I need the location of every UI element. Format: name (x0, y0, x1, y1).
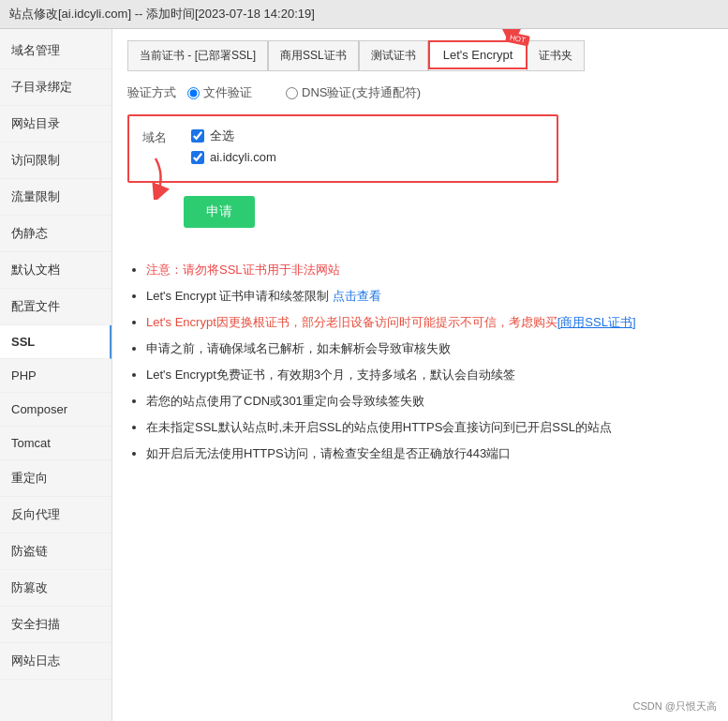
tab-certfolder[interactable]: 证书夹 (527, 41, 584, 70)
apply-button[interactable]: 申请 (184, 196, 255, 228)
main-content: 当前证书 - [已部署SSL] 商用SSL证书 测试证书 Let's Encry… (112, 29, 728, 721)
domain-box: 域名 全选 ai.idcyli.com (127, 114, 558, 183)
sidebar-item-reverseproxy[interactable]: 反向代理 (0, 497, 111, 533)
checkbox-domain1-label: ai.idcyli.com (210, 150, 276, 164)
info-note7: 在未指定SSL默认站点时,未开启SSL的站点使用HTTPS会直接访问到已开启SS… (146, 415, 713, 440)
title-text: 站点修改[ai.idcyli.com] -- 添加时间[2023-07-18 1… (9, 6, 315, 23)
checkbox-selectall: 全选 (191, 128, 276, 144)
verify-row: 验证方式 文件验证 DNS验证(支持通配符) (127, 84, 713, 101)
radio-file-input[interactable] (187, 87, 200, 99)
apply-btn-area: 申请 (127, 196, 255, 243)
tab-commercial[interactable]: 商用SSL证书 (268, 41, 359, 70)
tabs-container: 当前证书 - [已部署SSL] 商用SSL证书 测试证书 Let's Encry… (127, 40, 585, 71)
watermark-text: CSDN @只恨天高 (633, 700, 717, 712)
info-note8: 如开启后无法使用HTTPS访问，请检查安全组是否正确放行443端口 (146, 442, 713, 466)
info-note6: 若您的站点使用了CDN或301重定向会导致续签失败 (146, 389, 713, 413)
info-note3-link[interactable]: [商用SSL证书] (557, 315, 636, 329)
info-note2: Let's Encrypt 证书申请和续签限制 点击查看 (146, 284, 713, 308)
layout: 域名管理 子目录绑定 网站目录 访问限制 流量限制 伪静态 默认文档 配置文件 … (0, 29, 728, 721)
sidebar-item-sitedir[interactable]: 网站目录 (0, 106, 111, 143)
sidebar-item-subdir[interactable]: 子目录绑定 (0, 69, 111, 106)
sidebar: 域名管理 子目录绑定 网站目录 访问限制 流量限制 伪静态 默认文档 配置文件 … (0, 29, 112, 721)
checkbox-selectall-input[interactable] (191, 129, 204, 143)
domain-box-inner: 域名 全选 ai.idcyli.com (142, 128, 543, 170)
sidebar-item-traffic[interactable]: 流量限制 (0, 179, 111, 216)
sidebar-item-redirect[interactable]: 重定向 (0, 460, 111, 497)
sidebar-item-domain[interactable]: 域名管理 (0, 33, 111, 69)
radio-dns-input[interactable] (286, 87, 298, 99)
sidebar-item-pseudostatic[interactable]: 伪静态 (0, 216, 111, 252)
info-note5-text: Let's Encrypt免费证书，有效期3个月，支持多域名，默认会自动续签 (146, 368, 515, 382)
info-list: 注意：请勿将SSL证书用于非法网站 Let's Encrypt 证书申请和续签限… (127, 258, 713, 466)
sidebar-item-config[interactable]: 配置文件 (0, 289, 111, 325)
sidebar-item-access[interactable]: 访问限制 (0, 143, 111, 179)
tab-letsencrypt[interactable]: Let's Encrypt (428, 40, 528, 69)
tab-letsencrypt-wrapper: Let's Encrypt HOT (428, 41, 527, 70)
domain-checkboxes: 全选 ai.idcyli.com (191, 128, 276, 170)
sidebar-item-tomcat[interactable]: Tomcat (0, 427, 111, 460)
info-note4-text: 申请之前，请确保域名已解析，如未解析会导致审核失败 (146, 341, 451, 355)
checkbox-domain1-input[interactable] (191, 151, 204, 164)
info-note3-text: Let's Encrypt因更换根证书，部分老旧设备访问时可能提示不可信，考虑购… (146, 315, 557, 329)
domain-box-label: 域名 (142, 128, 176, 146)
info-note1-text: 注意：请勿将SSL证书用于非法网站 (146, 263, 340, 277)
info-note5: Let's Encrypt免费证书，有效期3个月，支持多域名，默认会自动续签 (146, 363, 713, 387)
sidebar-item-php[interactable]: PHP (0, 359, 111, 393)
tab-current[interactable]: 当前证书 - [已部署SSL] (128, 41, 268, 70)
info-note3: Let's Encrypt因更换根证书，部分老旧设备访问时可能提示不可信，考虑购… (146, 310, 713, 335)
sidebar-item-tamper[interactable]: 防篡改 (0, 570, 111, 607)
sidebar-item-defaultdoc[interactable]: 默认文档 (0, 252, 111, 289)
watermark: CSDN @只恨天高 (633, 699, 717, 713)
info-note2-link[interactable]: 点击查看 (333, 289, 381, 303)
verify-label: 验证方式 (127, 84, 176, 101)
sidebar-item-hotlink[interactable]: 防盗链 (0, 533, 111, 570)
title-bar: 站点修改[ai.idcyli.com] -- 添加时间[2023-07-18 1… (0, 0, 728, 29)
info-note4: 申请之前，请确保域名已解析，如未解析会导致审核失败 (146, 337, 713, 361)
radio-dns-label: DNS验证(支持通配符) (302, 84, 421, 101)
sidebar-item-composer[interactable]: Composer (0, 393, 111, 427)
window: 站点修改[ai.idcyli.com] -- 添加时间[2023-07-18 1… (0, 0, 728, 721)
tab-test[interactable]: 测试证书 (359, 41, 428, 70)
info-note8-text: 如开启后无法使用HTTPS访问，请检查安全组是否正确放行443端口 (146, 446, 511, 460)
tabs-area: 当前证书 - [已部署SSL] 商用SSL证书 测试证书 Let's Encry… (127, 40, 713, 71)
radio-file[interactable]: 文件验证 (187, 84, 252, 101)
apply-arrow (137, 157, 174, 203)
checkbox-domain1: ai.idcyli.com (191, 150, 276, 164)
radio-dns[interactable]: DNS验证(支持通配符) (286, 84, 421, 101)
sidebar-item-sitelog[interactable]: 网站日志 (0, 643, 111, 680)
info-note2-prefix: Let's Encrypt 证书申请和续签限制 (146, 289, 333, 303)
info-note6-text: 若您的站点使用了CDN或301重定向会导致续签失败 (146, 394, 424, 408)
radio-group: 文件验证 DNS验证(支持通配符) (187, 84, 436, 101)
sidebar-item-ssl[interactable]: SSL (0, 325, 111, 359)
sidebar-item-securityscan[interactable]: 安全扫描 (0, 607, 111, 643)
radio-file-label: 文件验证 (203, 84, 252, 101)
info-note7-text: 在未指定SSL默认站点时,未开启SSL的站点使用HTTPS会直接访问到已开启SS… (146, 420, 612, 434)
checkbox-selectall-label: 全选 (210, 128, 234, 144)
info-note1: 注意：请勿将SSL证书用于非法网站 (146, 258, 713, 282)
